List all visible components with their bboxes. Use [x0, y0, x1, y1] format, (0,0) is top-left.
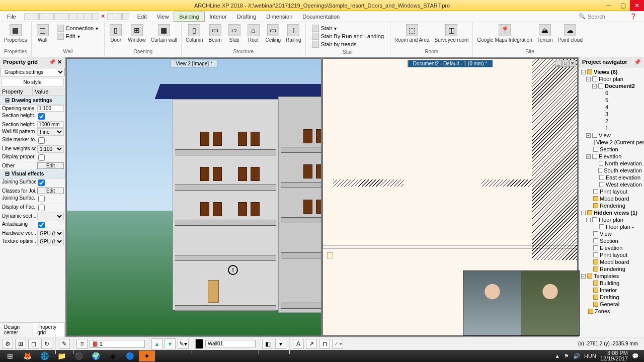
prop-value[interactable] — [36, 105, 65, 112]
menu-building[interactable]: Building — [174, 12, 204, 22]
tree-item[interactable]: South elevation — [580, 167, 643, 174]
explorer-icon[interactable]: 📁 — [53, 350, 69, 361]
viewport-title[interactable]: View 2 [Image] * — [170, 60, 218, 67]
prop-value[interactable] — [36, 153, 65, 162]
roof-button[interactable]: ⌂Roof — [245, 23, 263, 44]
pin-icon[interactable]: 📌 — [634, 59, 641, 65]
tree-item[interactable]: 1 — [580, 125, 643, 132]
prop-value[interactable]: Fine — [36, 128, 65, 136]
prop-value[interactable]: 1:100 — [36, 145, 65, 153]
qat-icon[interactable] — [54, 13, 61, 20]
text-icon[interactable]: A — [293, 339, 304, 349]
terrain-button[interactable]: ⛰Terrain — [535, 23, 555, 44]
window-button[interactable]: ⊞Window — [126, 23, 148, 44]
slab-button[interactable]: ▱Slab — [225, 23, 244, 44]
qat-icon[interactable] — [47, 13, 54, 20]
layer-icon[interactable]: ≡ — [76, 339, 88, 349]
tab-design-center[interactable]: Design center — [0, 323, 33, 337]
menu-dimension[interactable]: Dimension — [261, 12, 297, 21]
tree-item[interactable]: −Floor plan — [580, 216, 643, 223]
menu-file[interactable]: File — [2, 12, 21, 21]
snap-icon[interactable]: ◻ — [28, 339, 39, 349]
tree-item[interactable]: Mood board — [580, 258, 643, 265]
dropdown-icon[interactable]: ▾ — [275, 339, 286, 349]
qat-icon[interactable] — [39, 13, 46, 20]
door-button[interactable]: ▯Door — [107, 23, 125, 44]
qat-icon[interactable] — [92, 13, 99, 20]
tree-item[interactable]: Section — [580, 146, 643, 153]
close-button[interactable]: ✕ — [630, 0, 644, 11]
graphics-settings-combo[interactable]: Graphics settings — [0, 68, 65, 76]
maximize-button[interactable]: ▢ — [616, 0, 630, 11]
dim-icon[interactable]: ↗ — [306, 339, 317, 349]
curtain-wall-button[interactable]: ▦Curtain wall — [149, 23, 179, 44]
style-button[interactable]: No style — [1, 78, 64, 86]
edit-button[interactable]: Edit ▾ — [55, 32, 101, 40]
stair-button[interactable]: Stair ▾ — [310, 24, 386, 32]
qat-icon[interactable] — [24, 13, 31, 20]
edit-floor-icon[interactable]: ✎▾ — [178, 339, 189, 349]
tree-item[interactable]: Elevation — [580, 244, 643, 251]
prop-value[interactable] — [36, 204, 65, 212]
tree-item[interactable]: −Views (6) — [580, 68, 643, 75]
minimize-button[interactable]: ─ — [602, 0, 616, 11]
prop-value[interactable]: GPU (ha — [36, 230, 65, 237]
tree-item[interactable]: Section — [580, 237, 643, 244]
vp-min-icon[interactable]: _ — [555, 60, 562, 67]
app-icon[interactable]: 🔵 — [122, 350, 138, 361]
tree-item[interactable]: Print layout — [580, 251, 643, 258]
start-button[interactable]: ⊞ — [2, 350, 18, 361]
pin-icon[interactable]: 📌 ✕ — [49, 59, 62, 65]
prop-value[interactable] — [36, 221, 65, 229]
stair-run-button[interactable]: Stair By Run and Landing — [310, 32, 386, 40]
prop-value[interactable]: Edit — [36, 188, 65, 194]
prop-section[interactable]: ⊟ Drawing settings — [0, 96, 65, 105]
tree-item[interactable]: Zones — [580, 308, 643, 315]
archline-icon[interactable]: ✦ — [139, 350, 155, 361]
prop-value[interactable] — [36, 213, 65, 220]
properties-button[interactable]: ▦Properties — [2, 23, 29, 44]
tray-volume-icon[interactable]: 🔊 — [573, 353, 580, 359]
qat-icon[interactable] — [69, 13, 76, 20]
tree-item[interactable]: North elevation — [580, 160, 643, 167]
layer-combo[interactable]: 📕 1 — [90, 340, 145, 348]
color-swatch[interactable] — [195, 339, 203, 349]
stair-treads-button[interactable]: Stair by treads — [310, 40, 386, 48]
menu-drafting[interactable]: Drafting — [232, 12, 262, 21]
wall-combo[interactable]: Wall01 — [205, 340, 256, 347]
qat-icon[interactable] — [62, 13, 69, 20]
qat-icon[interactable] — [115, 13, 122, 20]
qat-icon[interactable] — [77, 13, 84, 20]
project-tree[interactable]: −Views (6)−Floor plan−Document2654321−Vi… — [579, 67, 644, 329]
settings-icon[interactable]: ⚙ — [2, 339, 13, 349]
eraser-icon[interactable]: ◧ — [262, 339, 273, 349]
menu-documentation[interactable]: Documentation — [297, 12, 345, 21]
tree-item[interactable]: West elevation — [580, 181, 643, 188]
refresh-icon[interactable]: ↻ — [41, 339, 52, 349]
prop-value[interactable] — [36, 178, 65, 187]
prop-section[interactable]: ⊟ Visual effects — [0, 169, 65, 178]
app-icon[interactable]: ◈ — [105, 350, 121, 361]
prop-value[interactable] — [36, 195, 65, 203]
tree-item[interactable]: Building — [580, 280, 643, 287]
qat-icon[interactable] — [122, 13, 129, 20]
tree-item[interactable]: Print layout — [580, 188, 643, 195]
delete-icon[interactable]: ✕ — [100, 13, 107, 20]
tree-item[interactable]: 4 — [580, 104, 643, 111]
vp-max-icon[interactable]: □ — [562, 60, 569, 67]
tree-item[interactable]: −Document2 — [580, 82, 643, 89]
help-icon[interactable]: ❓ — [630, 13, 637, 20]
marker-icon[interactable]: ⊓ — [319, 339, 330, 349]
tree-item[interactable]: −Floor plan — [580, 75, 643, 82]
menu-interior[interactable]: Interior — [205, 12, 232, 21]
tree-item[interactable]: Mood board — [580, 195, 643, 202]
tree-item[interactable]: −Elevation — [580, 153, 643, 160]
surveyed-room-button[interactable]: ◫Surveyed room — [433, 23, 471, 44]
tab-property-grid[interactable]: Property grid — [33, 323, 65, 337]
railing-button[interactable]: ⫿Railing — [284, 23, 303, 44]
tree-item[interactable]: 3 — [580, 111, 643, 118]
menu-view[interactable]: View — [152, 12, 174, 21]
prop-value[interactable]: GPU (ha — [36, 238, 65, 245]
link-icon[interactable]: ⟋▾ — [332, 339, 343, 349]
tree-item[interactable]: East elevation — [580, 174, 643, 181]
